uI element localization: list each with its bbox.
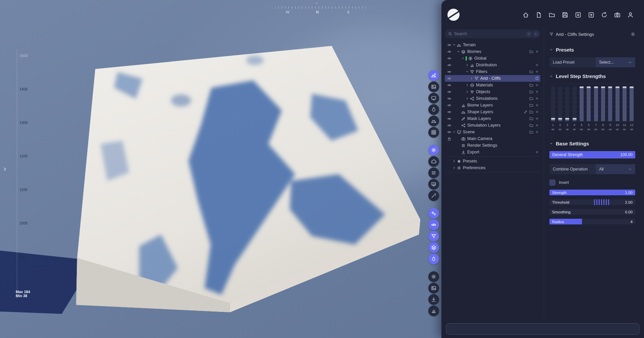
visibility-toggle[interactable] <box>446 90 452 94</box>
filters-button[interactable] <box>428 231 439 242</box>
chevron-right-icon[interactable] <box>465 90 469 94</box>
threshold-slider[interactable]: Threshold2.00 <box>549 199 635 205</box>
row-folder-button[interactable] <box>529 130 533 134</box>
tree-row-biomes[interactable]: Biomes <box>445 48 540 55</box>
visibility-toggle[interactable] <box>446 130 452 134</box>
global-settings-button[interactable] <box>428 208 439 219</box>
row-plus-button[interactable] <box>535 130 539 134</box>
row-plus-button[interactable] <box>535 83 539 87</box>
tree-row-simulation-layers[interactable]: Simulation Layers <box>445 122 540 129</box>
combine-operation-select[interactable]: All <box>596 164 635 174</box>
level-slider-11[interactable] <box>623 86 627 121</box>
level-slider-1[interactable] <box>551 86 555 121</box>
tree-row-export[interactable]: Export <box>445 149 540 155</box>
level-eye-10[interactable] <box>615 128 619 131</box>
level-slider-8[interactable] <box>601 86 605 121</box>
chevron-right-icon[interactable] <box>452 166 456 170</box>
chevron-right-icon[interactable] <box>465 96 469 100</box>
layers-button[interactable] <box>428 242 439 253</box>
open-project-button[interactable] <box>547 10 557 20</box>
smoothing-slider[interactable]: Smoothing0.00 <box>549 209 635 215</box>
strength-slider[interactable]: Strength1.00 <box>549 190 635 195</box>
diagnostics-button[interactable] <box>428 179 439 190</box>
visibility-toggle[interactable] <box>446 96 452 101</box>
settings-gear-button[interactable] <box>631 32 635 37</box>
statistics-button[interactable] <box>428 306 439 316</box>
row-plus-button[interactable] <box>535 70 539 74</box>
row-folder-button[interactable] <box>529 70 533 74</box>
level-eye-8[interactable] <box>601 128 605 131</box>
water-view-button[interactable] <box>428 104 439 115</box>
row-refresh-button[interactable] <box>535 76 539 80</box>
panel-expander-icon[interactable] <box>2 166 8 172</box>
tree-row-scene[interactable]: Scene <box>445 129 540 135</box>
chevron-right-icon[interactable] <box>465 83 469 87</box>
tree-row-mask-layers[interactable]: Mask Layers <box>445 115 540 122</box>
chevron-down-icon[interactable] <box>452 130 456 134</box>
row-plus-button[interactable] <box>535 117 539 121</box>
visibility-button[interactable] <box>428 219 439 230</box>
row-folder-button[interactable] <box>529 103 533 107</box>
visibility-toggle[interactable] <box>446 76 452 81</box>
lock-toggle[interactable] <box>446 137 452 141</box>
row-plus-button[interactable] <box>535 123 539 127</box>
visibility-toggle[interactable] <box>446 50 452 54</box>
display-mode-button[interactable] <box>428 93 439 104</box>
quick-export-button[interactable] <box>428 294 439 305</box>
row-folder-button[interactable] <box>529 96 533 100</box>
visibility-toggle[interactable] <box>446 70 452 74</box>
row-folder-button[interactable] <box>529 110 533 114</box>
invert-checkbox[interactable] <box>549 180 555 186</box>
level-eye-2[interactable] <box>558 128 562 131</box>
chevron-right-icon[interactable] <box>470 76 474 80</box>
level-slider-5[interactable] <box>580 86 584 121</box>
level-slider-6[interactable] <box>587 86 591 121</box>
visibility-toggle[interactable] <box>446 117 452 121</box>
row-folder-button[interactable] <box>529 123 533 127</box>
terrain-view-button[interactable] <box>428 70 439 81</box>
level-eye-4[interactable] <box>573 128 576 131</box>
chevron-down-icon[interactable] <box>452 43 456 47</box>
presets-section-header[interactable]: Presets <box>549 47 635 53</box>
row-folder-button[interactable] <box>529 90 533 94</box>
chevron-right-icon[interactable] <box>465 63 469 67</box>
tree-row-presets[interactable]: Presets <box>445 158 540 164</box>
tree-row-global[interactable]: Global <box>445 55 540 62</box>
row-plus-button[interactable] <box>535 50 539 54</box>
tree-row-arid-cliffs[interactable]: Arid - Cliffs <box>445 75 540 82</box>
relief-view-button[interactable] <box>428 116 439 126</box>
base-section-header[interactable]: Base Settings <box>549 141 635 146</box>
level-eye-1[interactable] <box>551 128 555 131</box>
level-eye-5[interactable] <box>580 128 583 131</box>
search-next-button[interactable] <box>533 31 539 37</box>
row-plus-button[interactable] <box>535 90 539 94</box>
tree-row-biome-layers[interactable]: Biome Layers <box>445 102 540 109</box>
visibility-toggle[interactable] <box>446 103 452 108</box>
level-slider-4[interactable] <box>573 86 577 121</box>
tree-row-preferences[interactable]: Preferences <box>445 164 540 171</box>
visibility-toggle[interactable] <box>446 56 452 61</box>
level-eye-11[interactable] <box>623 128 626 131</box>
sync-button[interactable] <box>599 10 609 20</box>
tree-row-objects[interactable]: Objects <box>445 88 540 95</box>
tree-row-simulations[interactable]: Simulations <box>445 95 540 102</box>
level-eye-6[interactable] <box>587 128 591 131</box>
tree-row-shape-layers[interactable]: Shape Layers <box>445 109 540 115</box>
viewport-settings-button[interactable] <box>428 271 439 282</box>
grid-view-button[interactable] <box>428 127 439 138</box>
erosion-button[interactable] <box>428 254 439 264</box>
levels-section-header[interactable]: Level Step Strengths <box>549 73 635 79</box>
save-button[interactable] <box>560 10 570 20</box>
level-eye-3[interactable] <box>566 128 569 131</box>
clouds-button[interactable] <box>428 156 439 167</box>
tree-row-distribution[interactable]: Distribution <box>445 62 540 68</box>
screenshot-button[interactable] <box>612 10 622 20</box>
save-import-button[interactable] <box>573 10 583 20</box>
radius-slider[interactable]: Radius4 <box>549 219 635 224</box>
row-plus-button[interactable] <box>535 63 539 67</box>
level-slider-7[interactable] <box>594 86 598 121</box>
search-prev-button[interactable] <box>526 31 532 37</box>
texture-view-button[interactable] <box>428 81 439 92</box>
level-eye-7[interactable] <box>594 128 598 131</box>
row-plus-button[interactable] <box>535 103 539 107</box>
